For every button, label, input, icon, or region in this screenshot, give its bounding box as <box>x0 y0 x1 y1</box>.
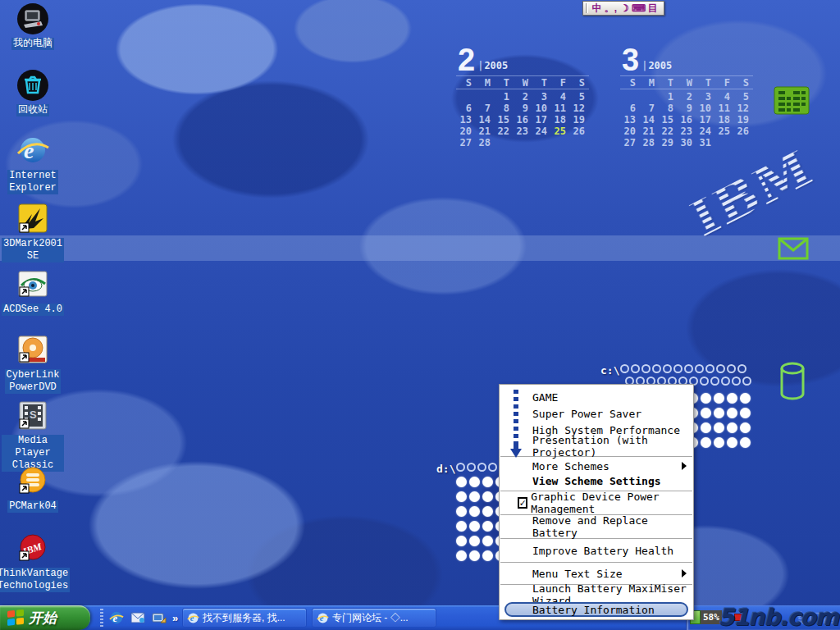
desktop-icon-thinkvantage[interactable]: IBMThinkVantage Technologies <box>2 532 64 592</box>
disk-free-dot <box>684 364 693 373</box>
calendar-day: 31 <box>696 137 714 148</box>
calendar-month-number: 3 <box>622 48 639 72</box>
punctuation-icon[interactable]: 。, <box>605 2 617 14</box>
calendar-day <box>475 91 494 103</box>
calendar-day: 6 <box>456 103 475 114</box>
desktop-icon-label: 我的电脑 <box>11 38 54 50</box>
menu-item-view-scheme-settings[interactable]: View Scheme Settings <box>500 473 693 489</box>
disk-free-dot <box>641 364 651 373</box>
svg-text:e: e <box>320 614 324 623</box>
calendar-day: 13 <box>456 114 475 126</box>
disk-used-dot <box>740 422 751 433</box>
svg-text:e: e <box>24 138 34 163</box>
menu-item-improve-battery-health[interactable]: Improve Battery Health <box>500 541 693 560</box>
calendar-day <box>550 137 569 148</box>
half-moon-icon[interactable]: ☽ <box>619 2 631 14</box>
taskbar-window-2[interactable]: e 专门网论坛 - ◇... <box>312 608 436 628</box>
show-desktop-icon[interactable] <box>151 609 167 626</box>
calendar-day: 1 <box>658 91 677 103</box>
disk-used-dot <box>469 550 480 561</box>
disk-used-dot <box>456 477 467 487</box>
calendar-day: 26 <box>569 126 588 137</box>
menu-item-super-power-saver[interactable]: Super Power Saver <box>500 405 693 422</box>
desktop-icon-acdsee[interactable]: ACDSee 4.0 <box>2 267 64 316</box>
calendar-weekday-header: T <box>532 77 550 89</box>
calendar-day: 6 <box>620 103 639 114</box>
checkbox-icon[interactable]: ✓ <box>518 497 527 509</box>
disk-used-dot <box>714 437 724 448</box>
menu-item-launch-battery-maximiser-wizard[interactable]: Launch Battery MaxiMiser Wizard <box>500 587 693 602</box>
calendar-weekday-header: F <box>714 77 733 89</box>
system-tray: 58% 专门网 51nb.com <box>686 605 840 630</box>
outlook-express-icon[interactable] <box>130 609 146 626</box>
desktop-icon-label: 回收站 <box>16 104 49 116</box>
calendar-day: 16 <box>677 114 696 126</box>
desktop-icon-mpc[interactable]: SMedia Player Classic <box>2 399 64 472</box>
calendar-day: 16 <box>513 114 532 126</box>
thinkvantage-icon: IBM <box>16 532 50 566</box>
calendar-day <box>733 137 752 148</box>
disk-free-dot <box>695 364 704 373</box>
calendar-day: 22 <box>494 126 513 137</box>
calendar-day <box>532 137 550 148</box>
calendar-weekday-header: S <box>456 77 475 89</box>
desktop-icon-powerdvd[interactable]: CyberLink PowerDVD <box>2 333 64 394</box>
disk-free-dot <box>456 463 465 472</box>
menu-item-graphic-device-power-management[interactable]: ✓Graphic Device Power Management <box>500 493 693 513</box>
calendar-day: 23 <box>513 126 532 137</box>
calendar-day: 30 <box>677 137 696 148</box>
menu-item-menu-text-size[interactable]: Menu Text Size <box>500 564 693 582</box>
calendar-day: 2 <box>677 91 696 103</box>
ime-grip-handle[interactable] <box>586 3 588 13</box>
quick-launch-overflow-chevron[interactable]: » <box>172 612 178 624</box>
ie-window-icon: e <box>187 612 199 624</box>
menu-item-more-schemes[interactable]: More Schemes <box>500 459 693 473</box>
taskbar-window-1[interactable]: e 找不到服务器, 找... <box>182 608 307 628</box>
start-button[interactable]: 开始 <box>0 605 90 630</box>
calendar-day: 4 <box>714 91 733 103</box>
menu-item-game[interactable]: GAME <box>500 389 693 405</box>
disk-used-dot <box>701 437 711 448</box>
disk-used-dot <box>482 477 493 487</box>
menu-item-presentation-with-projector[interactable]: Presentation (with Projector) <box>500 438 693 454</box>
disk-used-dot <box>482 506 493 517</box>
disk-used-dot <box>740 393 751 404</box>
desktop-icon-recycle-bin[interactable]: 回收站 <box>2 68 64 116</box>
ie-quick-icon[interactable]: e <box>108 609 125 626</box>
ime-menu-icon[interactable]: 目 <box>646 2 659 14</box>
ime-language-bar[interactable]: 中。,☽⌨目 <box>582 1 664 16</box>
calendar-day: 20 <box>456 126 475 137</box>
grid-widget-icon <box>774 86 810 119</box>
calendar-day: 15 <box>494 114 513 126</box>
desktop-icon-label: 3DMark2001 SE <box>2 238 64 262</box>
calendar-day: 21 <box>639 126 658 137</box>
calendar-day: 26 <box>733 126 752 137</box>
desktop-icon-internet-explorer[interactable]: eInternet Explorer <box>2 134 64 194</box>
calendar-weekday-header: T <box>696 77 714 89</box>
battery-tray-indicator[interactable]: 58% <box>690 610 722 624</box>
mpc-icon: S <box>16 399 50 433</box>
soft-keyboard-icon[interactable]: ⌨ <box>632 2 645 14</box>
menu-item-remove-and-replace-battery[interactable]: Remove and Replace Battery <box>500 517 693 536</box>
battery-percent-label: 58% <box>701 610 722 624</box>
calendar-day: 13 <box>620 114 639 126</box>
power-scheme-context-menu: GAMESuper Power SaverHigh System Perform… <box>499 384 694 620</box>
disk-free-dot <box>477 463 486 472</box>
disk-free-dot <box>742 377 751 386</box>
calendar-day: 10 <box>532 103 550 114</box>
tray-status-icon[interactable] <box>734 614 742 621</box>
calendar-day: 12 <box>733 103 752 114</box>
calendar-day: 25 <box>550 126 569 137</box>
disk-used-dot <box>740 437 751 448</box>
disk-used-dot <box>456 491 467 502</box>
desktop-icon-pcmark04[interactable]: PCMark04 <box>2 464 64 513</box>
desktop-icon-3dmark2001[interactable]: 3DMark2001 SE <box>2 202 64 262</box>
desktop-icon-my-computer[interactable]: 我的电脑 <box>2 2 64 50</box>
calendar-day: 22 <box>658 126 677 137</box>
menu-item-battery-information[interactable]: Battery Information <box>504 602 688 617</box>
disk-used-dot <box>469 536 480 546</box>
cylinder-database-icon <box>778 361 808 405</box>
calendar-day: 18 <box>714 114 733 126</box>
chinese-mode-icon[interactable]: 中 <box>591 2 603 14</box>
quick-launch-handle[interactable] <box>100 609 103 627</box>
